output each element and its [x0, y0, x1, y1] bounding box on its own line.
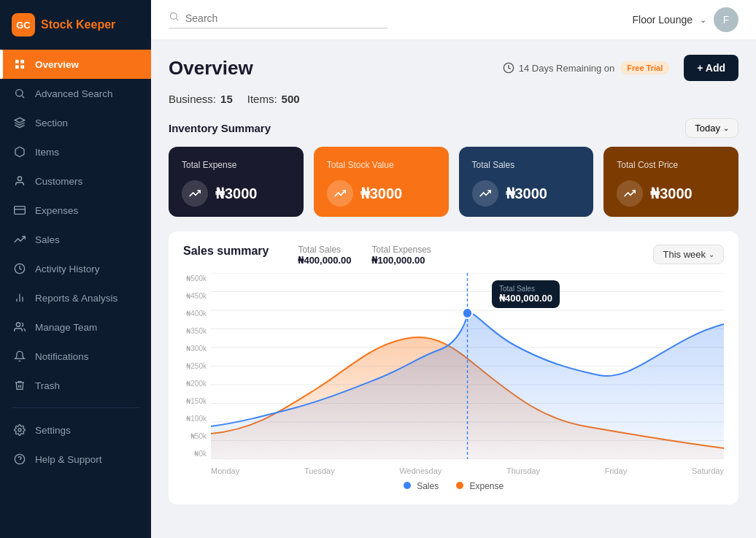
business-value: 15: [220, 93, 233, 105]
card-stock-label: Total Stock Value: [327, 160, 436, 170]
search-icon-header: [169, 11, 180, 25]
chart-tooltip: Total Sales ₦400,000.00: [492, 280, 560, 308]
sidebar-item-activity-history[interactable]: Activity History: [0, 254, 151, 283]
main-content: Floor Lounge ⌄ F Overview 14 Days Remain…: [151, 0, 756, 538]
sidebar-item-help-support-label: Help & Support: [35, 454, 102, 465]
x-monday: Monday: [211, 466, 239, 475]
search-icon: [13, 87, 26, 100]
sales-legend-label: Sales: [417, 481, 439, 491]
sidebar-item-settings[interactable]: Settings: [0, 415, 151, 445]
sidebar-item-sales[interactable]: Sales: [0, 225, 151, 254]
sales-summary-title: Sales summary: [183, 245, 269, 258]
sidebar-item-help-support[interactable]: Help & Support: [0, 445, 151, 474]
card-expense-icon: [182, 180, 208, 207]
avatar: F: [714, 7, 738, 32]
week-selector[interactable]: This week ⌄: [653, 245, 724, 264]
chart-area: Total Sales ₦400,000.00 Monday Tuesday W…: [211, 273, 724, 475]
header-right: Floor Lounge ⌄ F: [632, 7, 738, 32]
sidebar-item-items-label: Items: [35, 147, 59, 158]
sidebar-item-section[interactable]: Section: [0, 108, 151, 137]
items-value: 500: [282, 93, 300, 105]
sidebar-item-settings-label: Settings: [35, 425, 71, 436]
week-filter-label: This week: [663, 249, 706, 260]
header: Floor Lounge ⌄ F: [151, 0, 756, 40]
svg-rect-3: [20, 65, 24, 69]
svg-line-19: [176, 18, 178, 20]
meta-total-expenses: Total Expenses ₦100,000.00: [371, 245, 431, 266]
y-axis: ₦500k ₦450k ₦400k ₦350k ₦300k ₦250k ₦200…: [183, 273, 211, 459]
trending-up-icon: [13, 233, 26, 246]
user-name: Floor Lounge: [632, 14, 693, 26]
sidebar-item-advanced-search[interactable]: Advanced Search: [0, 79, 151, 108]
chevron-down-icon-inventory: ⌄: [723, 124, 729, 132]
help-circle-icon: [13, 453, 26, 466]
sidebar-item-customers[interactable]: Customers: [0, 166, 151, 196]
inventory-filter[interactable]: Today ⌄: [685, 118, 738, 138]
x-wednesday: Wednesday: [399, 466, 441, 475]
tooltip-label: Total Sales: [499, 285, 552, 293]
sidebar-item-notifications-label: Notifications: [35, 351, 89, 362]
chevron-down-icon-week: ⌄: [709, 250, 714, 258]
svg-point-7: [18, 177, 21, 180]
svg-point-18: [171, 13, 177, 20]
sidebar-item-overview[interactable]: Overview: [0, 50, 151, 79]
sales-summary-header: Sales summary Total Sales ₦400,000.00 To…: [183, 245, 724, 266]
sidebar-item-expenses-label: Expenses: [35, 205, 78, 216]
meta-total-expenses-value: ₦100,000.00: [371, 255, 431, 266]
sidebar-item-overview-label: Overview: [35, 59, 79, 70]
sidebar-item-manage-team-label: Manage Team: [35, 322, 97, 333]
stats-row: Business: 15 Items: 500: [169, 93, 738, 105]
sidebar-item-expenses[interactable]: Expenses: [0, 196, 151, 225]
trash-icon: [13, 379, 26, 392]
svg-rect-2: [15, 65, 19, 69]
x-axis: Monday Tuesday Wednesday Thursday Friday…: [211, 462, 724, 475]
sales-summary-card: Sales summary Total Sales ₦400,000.00 To…: [169, 231, 738, 504]
sidebar: GC Stock Keeper Overview Advanced Search…: [0, 0, 151, 538]
page-header: Overview 14 Days Remaining on Free Trial…: [169, 55, 738, 81]
card-expense-amount: ₦3000: [215, 185, 258, 202]
chart-svg: [211, 273, 724, 459]
chevron-down-icon[interactable]: ⌄: [700, 15, 706, 25]
meta-total-sales: Total Sales ₦400,000.00: [298, 245, 351, 266]
sidebar-item-reports-analysis[interactable]: Reports & Analysis: [0, 283, 151, 312]
sales-summary-meta: Total Sales ₦400,000.00 Total Expenses ₦…: [298, 245, 431, 266]
card-expense-label: Total Expense: [182, 160, 290, 170]
sidebar-item-manage-team[interactable]: Manage Team: [0, 312, 151, 342]
x-friday: Friday: [605, 466, 628, 475]
search-bar[interactable]: [169, 11, 387, 28]
meta-total-sales-value: ₦400,000.00: [298, 255, 351, 266]
items-label: Items:: [247, 93, 277, 105]
add-button[interactable]: + Add: [684, 55, 738, 81]
layers-icon: [13, 116, 26, 129]
users-icon: [13, 320, 26, 334]
legend-expense: Expense: [456, 481, 504, 491]
tooltip-dot: [463, 308, 472, 318]
sidebar-item-trash[interactable]: Trash: [0, 371, 151, 400]
content-area: Overview 14 Days Remaining on Free Trial…: [151, 40, 756, 538]
sales-legend-dot: [404, 482, 411, 489]
sidebar-item-sales-label: Sales: [35, 234, 60, 245]
chart-container: ₦500k ₦450k ₦400k ₦350k ₦300k ₦250k ₦200…: [183, 273, 724, 491]
svg-point-15: [18, 429, 21, 431]
svg-point-4: [16, 90, 23, 96]
card-sales-icon: [472, 180, 498, 207]
trial-text: 14 Days Remaining on: [503, 62, 615, 74]
business-label: Business:: [169, 93, 216, 105]
card-total-sales: Total Sales ₦3000: [459, 147, 594, 217]
x-tuesday: Tuesday: [304, 466, 335, 475]
card-stock-icon: [327, 180, 353, 207]
sidebar-item-items[interactable]: Items: [0, 137, 151, 166]
chart-legend: Sales Expense: [183, 481, 724, 491]
search-input[interactable]: [185, 12, 375, 24]
credit-card-icon: [13, 204, 26, 217]
sidebar-item-section-label: Section: [35, 118, 68, 128]
free-trial-badge: Free Trial: [620, 61, 669, 74]
meta-total-expenses-label: Total Expenses: [371, 245, 431, 255]
svg-rect-1: [20, 60, 24, 64]
sidebar-item-advanced-search-label: Advanced Search: [35, 88, 113, 99]
card-cost-amount: ₦3000: [650, 185, 693, 202]
sidebar-item-notifications[interactable]: Notifications: [0, 342, 151, 371]
svg-point-14: [16, 323, 20, 326]
svg-rect-8: [15, 207, 26, 215]
svg-line-5: [22, 96, 24, 98]
